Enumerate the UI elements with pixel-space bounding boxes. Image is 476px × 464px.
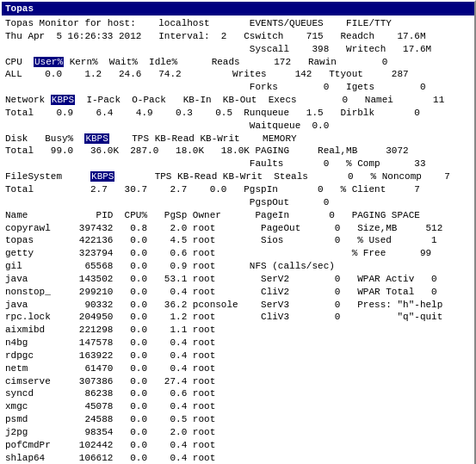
header-line1: Topas Monitor for host: localhost EVENTS… (5, 18, 392, 28)
cpu-row: ALL 0.0 1.2 24.6 74.2 Writes 142 Ttyout … (5, 69, 409, 79)
proc-gil: gil 65568 0.0 0.9 root NFS (calls/sec) (5, 261, 335, 271)
proc-copyrawl: copyrawl 397432 0.8 2.0 root PageOut 0 S… (5, 223, 442, 233)
header-line2: Thu Apr 5 16:26:33 2012 Interval: 2 Cswi… (5, 31, 425, 41)
cpu-label: CPU (5, 57, 22, 67)
proc-cimserve: cimserve 307386 0.0 27.4 root (5, 376, 215, 387)
network-kbps-highlight: KBPS (51, 95, 75, 105)
proc-psmd: psmd 24588 0.0 0.5 root (5, 414, 215, 424)
proc-syncd: syncd 86238 0.0 0.6 root (5, 388, 215, 399)
header-line3: Syscall 398 Writech 17.6M (5, 44, 431, 54)
proc-netm: netm 61470 0.0 0.4 root (5, 363, 215, 374)
disk-header: Disk Busy% KBPS TPS KB-Read KB-Writ MEMO… (5, 133, 297, 144)
proc-pofcmdpr: pofCmdPr 102442 0.0 0.4 root (5, 440, 215, 450)
network-row: Total 0.9 6.4 4.9 0.3 0.5 Runqueue 1.5 D… (5, 108, 420, 118)
titlebar: Topas (2, 2, 474, 15)
proc-topas: topas 422136 0.0 4.5 root Sios 0 % Used … (5, 235, 437, 245)
proc-nonstop: nonstop_ 299210 0.0 0.4 root CliV2 0 WPA… (5, 287, 437, 297)
fs-header: FileSystem KBPS TPS KB-Read KB-Writ Stea… (5, 171, 450, 182)
proc-shlap64: shlap64 106612 0.0 0.4 root (5, 453, 215, 463)
terminal-body: Topas Monitor for host: localhost EVENTS… (2, 15, 474, 464)
cpu-user-highlight: User% (34, 57, 64, 67)
proc-n4bg: n4bg 147578 0.0 0.4 root (5, 337, 215, 348)
network-header: Network KBPS I-Pack O-Pack KB-In KB-Out … (5, 95, 444, 105)
proc-java2: java 90332 0.0 36.2 pconsole SerV3 0 Pre… (5, 300, 442, 310)
proc-aixmibd: aixmibd 221298 0.0 1.1 root (5, 325, 215, 335)
proc-java1: java 143502 0.0 53.1 root SerV2 0 WPAR A… (5, 274, 437, 284)
disk-kbps-highlight: KBPS (84, 133, 108, 144)
network-empty: Waitqueue 0.0 (5, 121, 329, 131)
fs-row: Total 2.7 30.7 2.7 0.0 PgspIn 0 % Client… (5, 184, 420, 195)
proc-getty: getty 323794 0.0 0.6 root % Free 99 (5, 248, 431, 258)
cpu-header: CPU User% Kern% Wait% Idle% Reads 172 Ra… (5, 57, 387, 67)
disk-faults: Faults 0 % Comp 33 (5, 158, 425, 169)
proc-rdpgc: rdpgc 163922 0.0 0.4 root (5, 350, 215, 361)
disk-row: Total 99.0 36.0K 287.0 18.0K 18.0K PAGIN… (5, 145, 409, 156)
proc-header: Name PID CPU% PgSp Owner PageIn 0 PAGING… (5, 210, 420, 220)
proc-rpclock: rpc.lock 204950 0.0 1.2 root CliV3 0 "q"… (5, 312, 442, 322)
proc-xmgc: xmgc 45078 0.0 0.4 root (5, 401, 215, 411)
proc-j2pg: j2pg 98354 0.0 2.0 root (5, 427, 215, 437)
cpu-empty: Forks 0 Igets 0 (5, 82, 425, 92)
terminal-window: Topas Topas Monitor for host: localhost … (0, 0, 476, 464)
fs-pgspout: PgspOut 0 (5, 197, 329, 207)
fs-kbps-highlight: KBPS (90, 171, 114, 182)
